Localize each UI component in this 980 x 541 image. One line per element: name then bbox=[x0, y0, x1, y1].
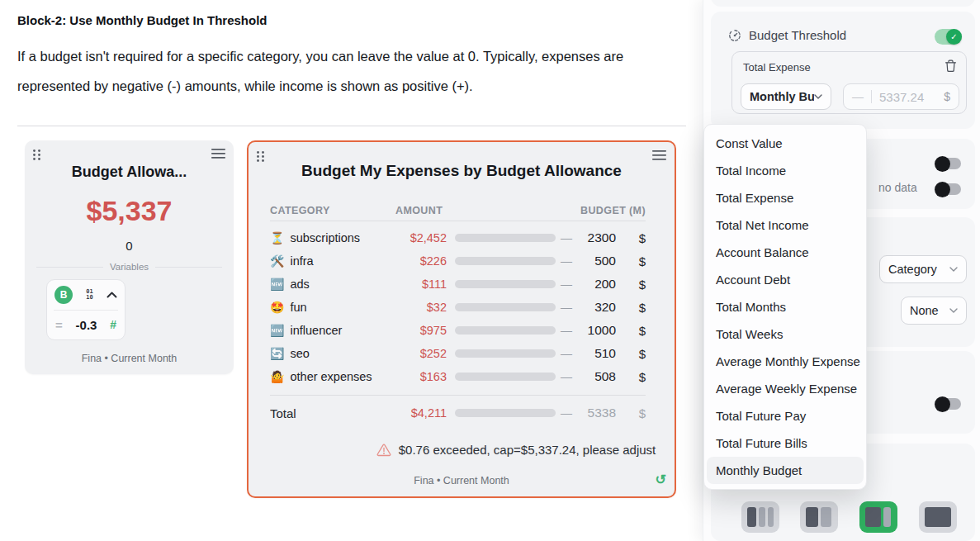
expense-rows: ⏳subscriptions$2,452—2300$🛠️infra$226—50… bbox=[270, 226, 646, 388]
budget-bar bbox=[447, 257, 556, 265]
category-dropdown-value: Category bbox=[888, 263, 937, 276]
menu-item[interactable]: Total Future Pay bbox=[707, 402, 864, 429]
category-dropdown[interactable]: Category bbox=[879, 255, 967, 283]
total-row: Total $4,211 — 5338 $ bbox=[270, 400, 646, 426]
threshold-amount-field[interactable]: — 5337.24 $ bbox=[843, 83, 959, 110]
toggle-knob bbox=[935, 396, 950, 412]
category-name: fun bbox=[290, 301, 306, 314]
card-footer: Fina • Current Month bbox=[249, 475, 675, 486]
layout-option-wide-narrow-selected[interactable] bbox=[859, 501, 897, 533]
no-data-toggle[interactable] bbox=[936, 183, 961, 195]
refresh-icon[interactable]: ↺ bbox=[656, 472, 666, 487]
budget-expenses-card: Budget My Expenses by Budget Allowance C… bbox=[247, 140, 676, 498]
settings-panel: Budget Threshold ✓ Total Expense Monthly… bbox=[703, 0, 980, 541]
none-dropdown[interactable]: None bbox=[901, 297, 967, 325]
menu-item[interactable]: Total Months bbox=[707, 293, 864, 320]
toggle-knob bbox=[935, 156, 950, 172]
budget-value[interactable]: 508 bbox=[577, 369, 616, 384]
total-budget[interactable]: 5338 bbox=[577, 406, 616, 420]
minus-sign: — bbox=[556, 301, 577, 314]
binary-icon: 0110 bbox=[86, 289, 92, 301]
budget-bar bbox=[447, 326, 556, 335]
layout-option-two-columns[interactable] bbox=[800, 501, 838, 533]
equals-icon: = bbox=[55, 318, 63, 332]
column-header-budget: BUDGET (M) bbox=[556, 205, 646, 216]
threshold-toggle[interactable]: ✓ bbox=[935, 29, 962, 45]
minus-sign: — bbox=[556, 231, 577, 244]
horizontal-divider bbox=[17, 126, 686, 126]
drag-handle-icon[interactable] bbox=[256, 150, 265, 163]
category-name: infra bbox=[290, 254, 313, 268]
menu-item[interactable]: Const Value bbox=[707, 130, 864, 157]
threshold-amount-value[interactable]: 5337.24 bbox=[879, 90, 936, 104]
minus-sign: — bbox=[852, 90, 864, 103]
category-name: seo bbox=[290, 347, 309, 360]
variable-badge: B bbox=[54, 286, 73, 304]
amount-value: $252 bbox=[395, 347, 447, 360]
option-toggle[interactable] bbox=[936, 398, 961, 410]
table-divider bbox=[270, 221, 646, 221]
currency-sign: $ bbox=[616, 324, 646, 338]
layout-option-three-columns[interactable] bbox=[741, 501, 779, 533]
menu-item[interactable]: Total Net Income bbox=[707, 211, 864, 239]
menu-item[interactable]: Account Balance bbox=[707, 239, 864, 266]
category-emoji: 🤷 bbox=[270, 370, 284, 383]
category-emoji: 🔄 bbox=[270, 347, 284, 360]
budget-value[interactable]: 1000 bbox=[577, 323, 616, 338]
budget-value[interactable]: 320 bbox=[577, 300, 616, 315]
menu-item[interactable]: Total Future Bills bbox=[707, 429, 864, 457]
budget-value[interactable]: 500 bbox=[577, 254, 616, 268]
minus-sign: — bbox=[556, 370, 577, 383]
threshold-field-box: Total Expense Monthly Budget — 5337.24 $ bbox=[731, 51, 967, 114]
metric-dropdown-value: Monthly Budget bbox=[750, 90, 814, 103]
variable-chip[interactable]: B 0110 = -0.3 # bbox=[46, 279, 125, 340]
variables-label: Variables bbox=[110, 262, 149, 272]
menu-item[interactable]: Monthly Budget bbox=[707, 457, 864, 484]
variables-divider: Variables bbox=[36, 262, 222, 272]
chevron-up-icon[interactable] bbox=[107, 292, 117, 298]
category-cell: ⏳subscriptions bbox=[270, 231, 395, 244]
menu-item[interactable]: Total Weeks bbox=[707, 320, 864, 348]
budget-value[interactable]: 2300 bbox=[577, 230, 616, 245]
currency-sign: $ bbox=[616, 406, 646, 420]
card-menu-icon[interactable] bbox=[652, 150, 666, 160]
budget-value[interactable]: 510 bbox=[577, 346, 616, 361]
minus-sign: — bbox=[556, 254, 577, 268]
trash-icon[interactable] bbox=[944, 59, 957, 73]
budget-bar bbox=[447, 303, 556, 311]
chevron-down-icon bbox=[949, 267, 958, 272]
category-cell: 🤷other expenses bbox=[270, 370, 395, 383]
category-emoji: ⏳ bbox=[270, 231, 284, 244]
budget-bar-track bbox=[455, 280, 556, 288]
category-name: influencer bbox=[290, 324, 342, 337]
card-menu-icon[interactable] bbox=[211, 149, 225, 159]
layout-option-single[interactable] bbox=[919, 501, 957, 533]
menu-item[interactable]: Account Debt bbox=[707, 266, 864, 293]
hash-icon[interactable]: # bbox=[110, 318, 116, 331]
minus-sign: — bbox=[556, 347, 577, 360]
option-toggle[interactable] bbox=[936, 158, 961, 169]
none-dropdown-value: None bbox=[910, 304, 939, 317]
variable-value[interactable]: -0.3 bbox=[76, 318, 97, 332]
category-emoji: 🆕 bbox=[270, 278, 284, 291]
category-emoji: 🤩 bbox=[270, 301, 284, 314]
budget-bar-track bbox=[455, 326, 556, 335]
metric-dropdown[interactable]: Monthly Budget bbox=[741, 83, 831, 110]
budget-bar-track bbox=[455, 257, 556, 265]
table-divider bbox=[270, 395, 646, 396]
budget-bar bbox=[447, 234, 556, 242]
drag-handle-icon[interactable] bbox=[32, 149, 41, 161]
menu-item[interactable]: Total Income bbox=[707, 157, 864, 184]
warning-message: $0.76 exceeded, cap=$5,337.24, please ad… bbox=[303, 443, 729, 457]
menu-item[interactable]: Total Expense bbox=[707, 184, 864, 211]
category-cell: 🆕ads bbox=[270, 278, 395, 291]
currency-sign: $ bbox=[616, 301, 646, 315]
chevron-down-icon bbox=[949, 308, 958, 313]
category-cell: 🛠️infra bbox=[270, 254, 395, 268]
menu-item[interactable]: Average Monthly Expense bbox=[707, 348, 864, 375]
warning-text: $0.76 exceeded, cap=$5,337.24, please ad… bbox=[399, 443, 656, 457]
menu-item[interactable]: Average Weekly Expense bbox=[707, 375, 864, 402]
budget-value[interactable]: 200 bbox=[577, 277, 616, 292]
total-bar bbox=[447, 409, 556, 417]
amount-value: $111 bbox=[395, 278, 447, 291]
